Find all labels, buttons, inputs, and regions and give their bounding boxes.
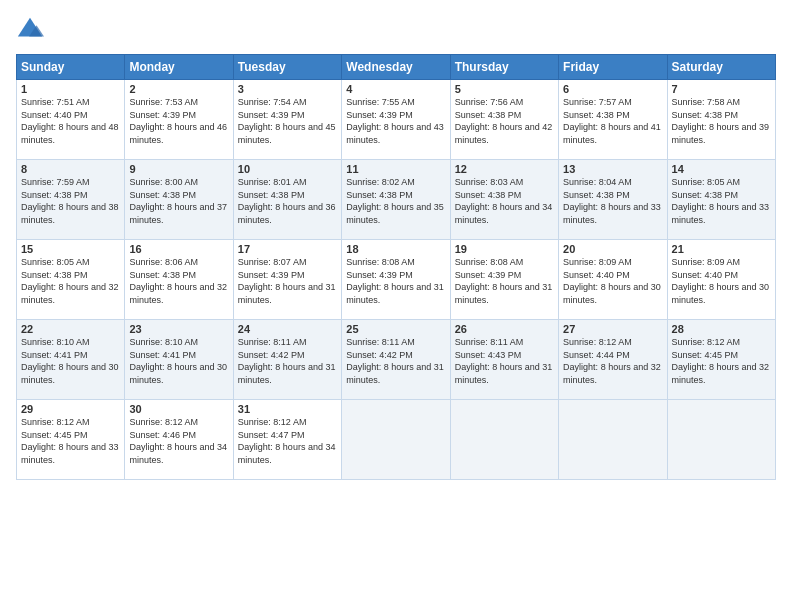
day-number: 22: [21, 323, 120, 335]
day-number: 15: [21, 243, 120, 255]
day-info: Sunrise: 8:11 AMSunset: 4:42 PMDaylight:…: [238, 337, 336, 385]
calendar-day-29: 29 Sunrise: 8:12 AMSunset: 4:45 PMDaylig…: [17, 400, 125, 480]
calendar-day-26: 26 Sunrise: 8:11 AMSunset: 4:43 PMDaylig…: [450, 320, 558, 400]
calendar-day-20: 20 Sunrise: 8:09 AMSunset: 4:40 PMDaylig…: [559, 240, 667, 320]
day-info: Sunrise: 8:08 AMSunset: 4:39 PMDaylight:…: [346, 257, 444, 305]
day-number: 5: [455, 83, 554, 95]
day-number: 24: [238, 323, 337, 335]
header-day-saturday: Saturday: [667, 55, 775, 80]
calendar-day-21: 21 Sunrise: 8:09 AMSunset: 4:40 PMDaylig…: [667, 240, 775, 320]
calendar-day-18: 18 Sunrise: 8:08 AMSunset: 4:39 PMDaylig…: [342, 240, 450, 320]
day-number: 25: [346, 323, 445, 335]
calendar-day-11: 11 Sunrise: 8:02 AMSunset: 4:38 PMDaylig…: [342, 160, 450, 240]
calendar-day-30: 30 Sunrise: 8:12 AMSunset: 4:46 PMDaylig…: [125, 400, 233, 480]
calendar-week-2: 8 Sunrise: 7:59 AMSunset: 4:38 PMDayligh…: [17, 160, 776, 240]
day-info: Sunrise: 8:04 AMSunset: 4:38 PMDaylight:…: [563, 177, 661, 225]
day-info: Sunrise: 8:08 AMSunset: 4:39 PMDaylight:…: [455, 257, 553, 305]
day-number: 1: [21, 83, 120, 95]
day-number: 18: [346, 243, 445, 255]
day-number: 9: [129, 163, 228, 175]
day-info: Sunrise: 7:57 AMSunset: 4:38 PMDaylight:…: [563, 97, 661, 145]
day-number: 20: [563, 243, 662, 255]
day-info: Sunrise: 7:55 AMSunset: 4:39 PMDaylight:…: [346, 97, 444, 145]
header-day-wednesday: Wednesday: [342, 55, 450, 80]
header-day-tuesday: Tuesday: [233, 55, 341, 80]
day-info: Sunrise: 7:54 AMSunset: 4:39 PMDaylight:…: [238, 97, 336, 145]
day-number: 30: [129, 403, 228, 415]
day-info: Sunrise: 8:11 AMSunset: 4:42 PMDaylight:…: [346, 337, 444, 385]
day-number: 7: [672, 83, 771, 95]
day-info: Sunrise: 8:00 AMSunset: 4:38 PMDaylight:…: [129, 177, 227, 225]
day-info: Sunrise: 8:05 AMSunset: 4:38 PMDaylight:…: [672, 177, 770, 225]
calendar-week-3: 15 Sunrise: 8:05 AMSunset: 4:38 PMDaylig…: [17, 240, 776, 320]
day-number: 16: [129, 243, 228, 255]
day-number: 23: [129, 323, 228, 335]
logo: [16, 16, 48, 44]
day-info: Sunrise: 7:58 AMSunset: 4:38 PMDaylight:…: [672, 97, 770, 145]
day-number: 19: [455, 243, 554, 255]
day-number: 12: [455, 163, 554, 175]
day-number: 28: [672, 323, 771, 335]
calendar-day-3: 3 Sunrise: 7:54 AMSunset: 4:39 PMDayligh…: [233, 80, 341, 160]
calendar-day-31: 31 Sunrise: 8:12 AMSunset: 4:47 PMDaylig…: [233, 400, 341, 480]
header-day-friday: Friday: [559, 55, 667, 80]
calendar-day-27: 27 Sunrise: 8:12 AMSunset: 4:44 PMDaylig…: [559, 320, 667, 400]
calendar-week-1: 1 Sunrise: 7:51 AMSunset: 4:40 PMDayligh…: [17, 80, 776, 160]
day-info: Sunrise: 8:09 AMSunset: 4:40 PMDaylight:…: [672, 257, 770, 305]
day-number: 8: [21, 163, 120, 175]
calendar-day-25: 25 Sunrise: 8:11 AMSunset: 4:42 PMDaylig…: [342, 320, 450, 400]
day-number: 17: [238, 243, 337, 255]
day-info: Sunrise: 7:53 AMSunset: 4:39 PMDaylight:…: [129, 97, 227, 145]
day-info: Sunrise: 8:10 AMSunset: 4:41 PMDaylight:…: [21, 337, 119, 385]
calendar-day-28: 28 Sunrise: 8:12 AMSunset: 4:45 PMDaylig…: [667, 320, 775, 400]
day-info: Sunrise: 8:12 AMSunset: 4:45 PMDaylight:…: [21, 417, 119, 465]
day-info: Sunrise: 8:12 AMSunset: 4:44 PMDaylight:…: [563, 337, 661, 385]
day-number: 13: [563, 163, 662, 175]
day-number: 21: [672, 243, 771, 255]
empty-cell: [450, 400, 558, 480]
empty-cell: [559, 400, 667, 480]
calendar-day-2: 2 Sunrise: 7:53 AMSunset: 4:39 PMDayligh…: [125, 80, 233, 160]
day-number: 26: [455, 323, 554, 335]
main-container: SundayMondayTuesdayWednesdayThursdayFrid…: [0, 0, 792, 490]
day-number: 29: [21, 403, 120, 415]
empty-cell: [667, 400, 775, 480]
day-info: Sunrise: 8:11 AMSunset: 4:43 PMDaylight:…: [455, 337, 553, 385]
day-info: Sunrise: 7:59 AMSunset: 4:38 PMDaylight:…: [21, 177, 119, 225]
calendar-day-7: 7 Sunrise: 7:58 AMSunset: 4:38 PMDayligh…: [667, 80, 775, 160]
calendar-day-6: 6 Sunrise: 7:57 AMSunset: 4:38 PMDayligh…: [559, 80, 667, 160]
calendar-day-24: 24 Sunrise: 8:11 AMSunset: 4:42 PMDaylig…: [233, 320, 341, 400]
calendar-day-9: 9 Sunrise: 8:00 AMSunset: 4:38 PMDayligh…: [125, 160, 233, 240]
calendar-day-10: 10 Sunrise: 8:01 AMSunset: 4:38 PMDaylig…: [233, 160, 341, 240]
day-info: Sunrise: 8:07 AMSunset: 4:39 PMDaylight:…: [238, 257, 336, 305]
calendar-table: SundayMondayTuesdayWednesdayThursdayFrid…: [16, 54, 776, 480]
calendar-day-14: 14 Sunrise: 8:05 AMSunset: 4:38 PMDaylig…: [667, 160, 775, 240]
day-info: Sunrise: 8:09 AMSunset: 4:40 PMDaylight:…: [563, 257, 661, 305]
calendar-day-17: 17 Sunrise: 8:07 AMSunset: 4:39 PMDaylig…: [233, 240, 341, 320]
day-info: Sunrise: 7:56 AMSunset: 4:38 PMDaylight:…: [455, 97, 553, 145]
day-info: Sunrise: 7:51 AMSunset: 4:40 PMDaylight:…: [21, 97, 119, 145]
day-number: 27: [563, 323, 662, 335]
logo-icon: [16, 16, 44, 44]
calendar-week-4: 22 Sunrise: 8:10 AMSunset: 4:41 PMDaylig…: [17, 320, 776, 400]
header: [16, 16, 776, 44]
calendar-header-row: SundayMondayTuesdayWednesdayThursdayFrid…: [17, 55, 776, 80]
calendar-day-5: 5 Sunrise: 7:56 AMSunset: 4:38 PMDayligh…: [450, 80, 558, 160]
calendar-day-23: 23 Sunrise: 8:10 AMSunset: 4:41 PMDaylig…: [125, 320, 233, 400]
day-info: Sunrise: 8:12 AMSunset: 4:47 PMDaylight:…: [238, 417, 336, 465]
calendar-day-16: 16 Sunrise: 8:06 AMSunset: 4:38 PMDaylig…: [125, 240, 233, 320]
day-info: Sunrise: 8:10 AMSunset: 4:41 PMDaylight:…: [129, 337, 227, 385]
empty-cell: [342, 400, 450, 480]
calendar-day-22: 22 Sunrise: 8:10 AMSunset: 4:41 PMDaylig…: [17, 320, 125, 400]
day-number: 11: [346, 163, 445, 175]
calendar-day-19: 19 Sunrise: 8:08 AMSunset: 4:39 PMDaylig…: [450, 240, 558, 320]
day-info: Sunrise: 8:03 AMSunset: 4:38 PMDaylight:…: [455, 177, 553, 225]
calendar-week-5: 29 Sunrise: 8:12 AMSunset: 4:45 PMDaylig…: [17, 400, 776, 480]
day-info: Sunrise: 8:12 AMSunset: 4:45 PMDaylight:…: [672, 337, 770, 385]
day-number: 14: [672, 163, 771, 175]
day-info: Sunrise: 8:05 AMSunset: 4:38 PMDaylight:…: [21, 257, 119, 305]
header-day-monday: Monday: [125, 55, 233, 80]
day-number: 31: [238, 403, 337, 415]
day-number: 4: [346, 83, 445, 95]
day-number: 10: [238, 163, 337, 175]
